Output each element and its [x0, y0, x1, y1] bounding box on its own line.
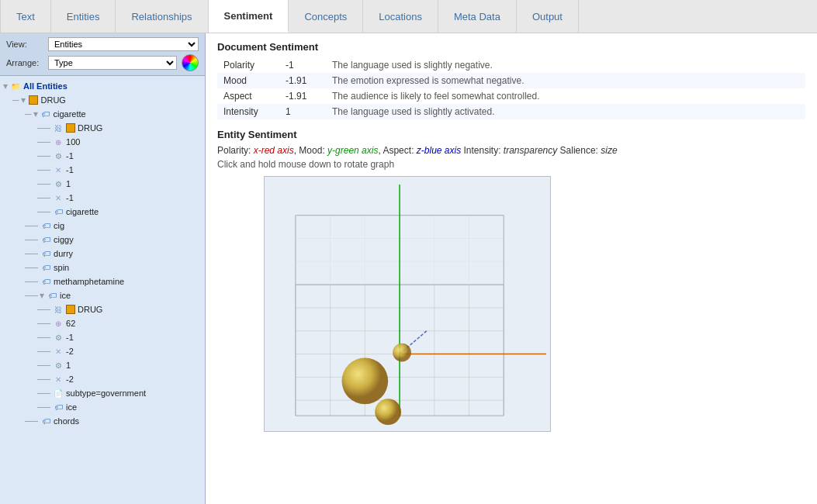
salience-size: size — [601, 145, 617, 156]
tab-concepts[interactable]: Concepts — [289, 0, 363, 33]
tab-output[interactable]: Output — [517, 0, 579, 33]
tab-metadata[interactable]: Meta Data — [438, 0, 517, 33]
dash-line: ─ — [12, 95, 19, 105]
list-item[interactable]: ── ⚙ -1 — [0, 149, 205, 163]
val-neg1c: -1 — [66, 193, 74, 202]
list-item[interactable]: ── ✕ -2 — [0, 344, 205, 358]
tab-text[interactable]: Text — [0, 0, 51, 33]
entity-icon: 🏷 — [46, 289, 58, 302]
drug-box-icon — [66, 123, 75, 133]
tab-entities[interactable]: Entities — [51, 0, 116, 33]
val-neg2b: -2 — [66, 375, 74, 384]
dash-line: ── — [37, 388, 50, 399]
list-item[interactable]: ── 🏷 chords — [0, 414, 205, 428]
dash-line: ── — [25, 234, 38, 245]
aspect-label: Aspect — [217, 88, 279, 104]
y-green-axis: y-green axis — [327, 145, 378, 156]
view-select[interactable]: Entities — [48, 37, 199, 51]
tab-output-label: Output — [532, 11, 563, 22]
list-item[interactable]: ── ✕ -2 — [0, 372, 205, 386]
dash-line: ── — [25, 248, 38, 259]
gear-icon: ⚙ — [52, 359, 64, 371]
color-wheel-icon[interactable] — [182, 54, 199, 71]
list-item[interactable]: ── ⊕ 62 — [0, 316, 205, 330]
polarity-label: Polarity — [217, 57, 279, 73]
tree-container: ▾ 📁 All Entities ─ ▾ DRUG ─ ▾ 🏷 cigarett… — [0, 76, 205, 504]
val-1: 1 — [66, 179, 71, 188]
list-item[interactable]: ── ⚙ -1 — [0, 330, 205, 344]
dash-line: ── — [37, 150, 50, 161]
left-controls: View: Entities Arrange: Type — [0, 33, 205, 76]
tab-concepts-label: Concepts — [304, 11, 347, 22]
list-item[interactable]: ── ✕ -1 — [0, 163, 205, 177]
tab-sentiment-label: Sentiment — [224, 10, 273, 22]
table-row: Intensity 1 The language used is slightl… — [217, 104, 805, 119]
doc-icon: 📄 — [52, 387, 64, 399]
list-item[interactable]: ── 🏷 ice — [0, 400, 205, 414]
list-item[interactable]: ── ▾ 🏷 ice — [0, 288, 205, 302]
entity-icon: 🏷 — [40, 275, 52, 288]
list-item[interactable]: ── 🏷 cigarette — [0, 205, 205, 219]
drug-ice-sub: DRUG — [78, 305, 102, 314]
ice-sub-label: ice — [66, 402, 77, 412]
dash-line: ── — [37, 136, 50, 147]
z-blue-axis: z-blue axis — [417, 145, 461, 156]
dash-line: ── — [25, 220, 38, 231]
mood-desc: The emotion expressed is somewhat negati… — [326, 73, 805, 88]
mood-value: -1.91 — [279, 73, 326, 88]
svg-point-31 — [375, 399, 401, 425]
val-1b: 1 — [66, 361, 71, 370]
top-tab-bar: Text Entities Relationships Sentiment Co… — [0, 0, 817, 33]
num-icon: ⊕ — [52, 317, 64, 330]
drug-box-icon — [27, 94, 40, 106]
list-item[interactable]: ── 🏷 cig — [0, 219, 205, 233]
link-icon: ⛓ — [52, 122, 64, 134]
arrange-select[interactable]: Type — [48, 56, 177, 70]
list-item[interactable]: ── 📄 subtype=government — [0, 386, 205, 400]
list-item[interactable]: ─ ▾ DRUG — [0, 93, 205, 107]
list-item[interactable]: ── ⛓ DRUG — [0, 302, 205, 316]
list-item[interactable]: ▾ 📁 All Entities — [0, 79, 205, 93]
x-red-axis: x-red axis — [254, 145, 294, 156]
dash-line: ── — [37, 402, 50, 413]
3d-chart[interactable] — [264, 176, 551, 432]
expand-icon: ▾ — [33, 109, 38, 119]
doc-sentiment-title: Document Sentiment — [217, 41, 805, 53]
list-item[interactable]: ── ✕ -1 — [0, 191, 205, 205]
list-item[interactable]: ── 🏷 methamphetamine — [0, 274, 205, 288]
tab-relationships[interactable]: Relationships — [116, 0, 208, 33]
dash-line: ── — [37, 123, 50, 133]
dash-line: ── — [37, 318, 50, 329]
tab-metadata-label: Meta Data — [454, 11, 500, 22]
list-item[interactable]: ── ⚙ 1 — [0, 358, 205, 372]
polarity-desc: The language used is slightly negative. — [326, 57, 805, 73]
intensity-desc: The language used is slightly activated. — [326, 104, 805, 119]
val-neg1d: -1 — [66, 333, 74, 342]
right-panel: Document Sentiment Polarity -1 The langu… — [206, 33, 817, 504]
list-item[interactable]: ── ⚙ 1 — [0, 177, 205, 191]
dash-line: ── — [37, 332, 50, 343]
list-item[interactable]: ─ ▾ 🏷 cigarette — [0, 107, 205, 121]
svg-point-30 — [342, 358, 389, 405]
tab-sentiment[interactable]: Sentiment — [209, 0, 289, 33]
all-entities-label: All Entities — [23, 81, 68, 91]
tab-entities-label: Entities — [67, 11, 100, 22]
entity-sentiment-axes: Polarity: x-red axis, Mood: y-green axis… — [217, 145, 805, 156]
val-neg2a: -2 — [66, 347, 74, 356]
mood-label: Mood — [217, 73, 279, 88]
entity-icon: 🏷 — [40, 247, 52, 260]
dash-line: ── — [37, 178, 50, 189]
drug-label: DRUG — [41, 95, 66, 105]
intensity-transparency: transparency — [504, 145, 557, 156]
expand-icon: ▾ — [21, 95, 26, 105]
tab-locations[interactable]: Locations — [363, 0, 438, 33]
list-item[interactable]: ── 🏷 spin — [0, 261, 205, 274]
list-item[interactable]: ── ⊕ 100 — [0, 135, 205, 149]
dash-line: ── — [37, 164, 50, 175]
list-item[interactable]: ── 🏷 ciggy — [0, 233, 205, 247]
intensity-label: Intensity — [217, 104, 279, 119]
val-neg1b: -1 — [66, 165, 74, 174]
list-item[interactable]: ── ⛓ DRUG — [0, 121, 205, 135]
arrange-label: Arrange: — [6, 58, 43, 67]
list-item[interactable]: ── 🏷 durry — [0, 247, 205, 261]
